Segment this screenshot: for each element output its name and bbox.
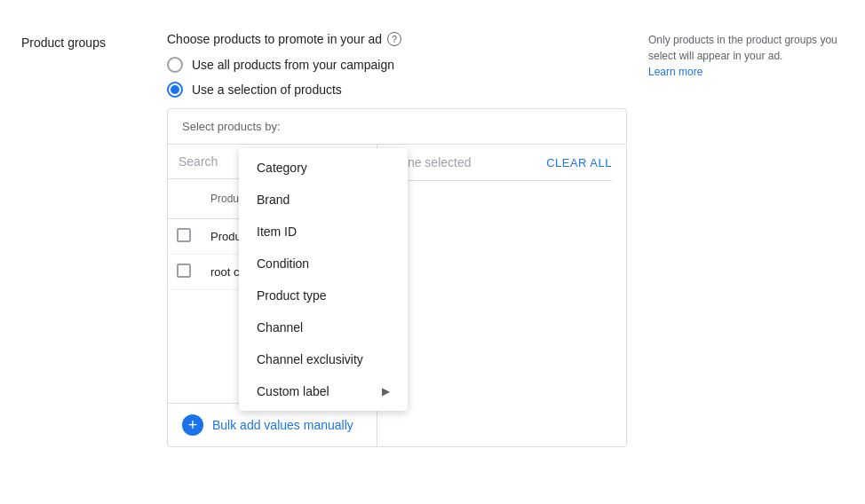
radio-dot [171, 85, 179, 94]
checkbox-cell-1[interactable] [168, 219, 200, 255]
radio-selection-label: Use a selection of products [192, 83, 342, 97]
right-pane-header: None selected CLEAR ALL [392, 145, 612, 181]
section-label: Product groups [21, 32, 146, 447]
th-checkbox [168, 179, 200, 219]
right-pane: None selected CLEAR ALL [377, 145, 626, 446]
chevron-right-icon: ▶ [382, 385, 390, 398]
dropdown-item-condition[interactable]: Condition [239, 248, 408, 280]
page-title: Choose products to promote in your ad [167, 32, 382, 46]
radio-all-products[interactable]: Use all products from your campaign [167, 57, 627, 73]
radio-selection[interactable]: Use a selection of products [167, 82, 627, 98]
checkbox-1[interactable] [177, 228, 191, 242]
title-row: Choose products to promote in your ad ? [167, 32, 627, 46]
dropdown-menu: Category Brand Item ID Condition Product… [239, 148, 408, 411]
side-note-text: Only products in the product groups you … [648, 34, 837, 62]
dropdown-item-channel[interactable]: Channel [239, 311, 408, 343]
select-panel: Select products by: [167, 108, 627, 447]
dropdown-item-item-id[interactable]: Item ID [239, 216, 408, 248]
radio-all-label: Use all products from your campaign [192, 58, 394, 72]
select-by-label: Select products by: [182, 120, 281, 133]
dropdown-item-custom-label[interactable]: Custom label ▶ [239, 375, 408, 407]
learn-more-link[interactable]: Learn more [648, 66, 702, 78]
product-groups-section: Product groups Choose products to promot… [0, 18, 865, 461]
checkbox-2[interactable] [177, 264, 191, 278]
clear-all-button[interactable]: CLEAR ALL [546, 156, 612, 169]
radio-circle-selected [167, 82, 183, 98]
add-circle-icon[interactable]: + [182, 414, 203, 436]
help-icon[interactable]: ? [387, 32, 401, 46]
radio-circle-all [167, 57, 183, 73]
radio-group: Use all products from your campaign Use … [167, 57, 627, 98]
side-note-col: Only products in the product groups you … [648, 32, 844, 447]
dropdown-item-category[interactable]: Category [239, 152, 408, 184]
main-content: Choose products to promote in your ad ? … [167, 32, 627, 447]
checkbox-cell-2[interactable] [168, 255, 200, 290]
select-panel-header: Select products by: [168, 109, 626, 145]
dropdown-item-product-type[interactable]: Product type [239, 280, 408, 311]
dropdown-item-channel-exclusivity[interactable]: Channel exclusivity [239, 343, 408, 375]
dropdown-item-brand[interactable]: Brand [239, 184, 408, 216]
bulk-add-label[interactable]: Bulk add values manually [212, 418, 353, 432]
